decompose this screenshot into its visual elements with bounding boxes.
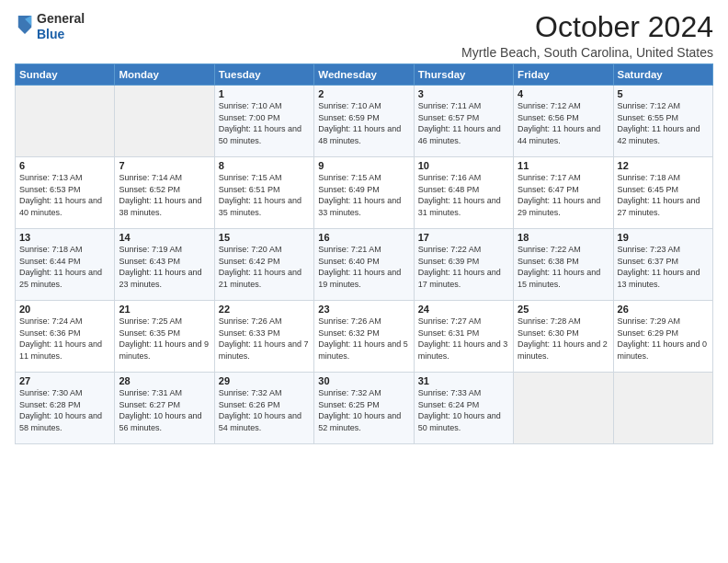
- day-number: 20: [19, 304, 110, 315]
- day-number: 14: [119, 232, 210, 243]
- day-info: Sunrise: 7:11 AMSunset: 6:57 PMDaylight:…: [418, 100, 509, 146]
- calendar-cell: 14Sunrise: 7:19 AMSunset: 6:43 PMDayligh…: [115, 229, 214, 301]
- day-number: 1: [219, 88, 310, 99]
- day-info: Sunrise: 7:33 AMSunset: 6:24 PMDaylight:…: [418, 387, 509, 433]
- col-header-friday: Friday: [514, 64, 613, 86]
- day-number: 4: [518, 88, 609, 99]
- calendar-cell: 1Sunrise: 7:10 AMSunset: 7:00 PMDaylight…: [214, 86, 313, 157]
- logo: General Blue: [15, 11, 85, 42]
- day-number: 24: [418, 304, 509, 315]
- calendar-cell: 10Sunrise: 7:16 AMSunset: 6:48 PMDayligh…: [414, 157, 513, 229]
- calendar-cell: 16Sunrise: 7:21 AMSunset: 6:40 PMDayligh…: [314, 229, 414, 301]
- subtitle: Myrtle Beach, South Carolina, United Sta…: [461, 45, 713, 60]
- day-info: Sunrise: 7:17 AMSunset: 6:47 PMDaylight:…: [518, 172, 609, 218]
- day-number: 17: [418, 232, 509, 243]
- day-number: 22: [219, 304, 310, 315]
- calendar-cell: 8Sunrise: 7:15 AMSunset: 6:51 PMDaylight…: [214, 157, 313, 229]
- day-number: 18: [518, 232, 609, 243]
- day-info: Sunrise: 7:10 AMSunset: 7:00 PMDaylight:…: [219, 100, 310, 146]
- calendar-cell: 21Sunrise: 7:25 AMSunset: 6:35 PMDayligh…: [115, 301, 214, 373]
- day-number: 2: [318, 88, 409, 99]
- day-number: 23: [318, 304, 409, 315]
- day-number: 26: [618, 304, 709, 315]
- day-number: 3: [418, 88, 509, 99]
- calendar-cell: 4Sunrise: 7:12 AMSunset: 6:56 PMDaylight…: [514, 86, 613, 157]
- day-info: Sunrise: 7:22 AMSunset: 6:38 PMDaylight:…: [518, 244, 609, 290]
- day-number: 13: [19, 232, 110, 243]
- day-info: Sunrise: 7:24 AMSunset: 6:36 PMDaylight:…: [19, 316, 110, 362]
- day-info: Sunrise: 7:22 AMSunset: 6:39 PMDaylight:…: [418, 244, 509, 290]
- day-info: Sunrise: 7:10 AMSunset: 6:59 PMDaylight:…: [318, 100, 409, 146]
- day-info: Sunrise: 7:12 AMSunset: 6:55 PMDaylight:…: [618, 100, 709, 146]
- header: General Blue October 2024 Myrtle Beach, …: [15, 11, 713, 60]
- day-info: Sunrise: 7:18 AMSunset: 6:45 PMDaylight:…: [618, 172, 709, 218]
- calendar-cell: 28Sunrise: 7:31 AMSunset: 6:27 PMDayligh…: [115, 373, 214, 444]
- week-row-2: 6Sunrise: 7:13 AMSunset: 6:53 PMDaylight…: [16, 157, 713, 229]
- day-number: 8: [219, 160, 310, 171]
- day-number: 19: [618, 232, 709, 243]
- week-row-4: 20Sunrise: 7:24 AMSunset: 6:36 PMDayligh…: [16, 301, 713, 373]
- week-row-5: 27Sunrise: 7:30 AMSunset: 6:28 PMDayligh…: [16, 373, 713, 444]
- day-info: Sunrise: 7:19 AMSunset: 6:43 PMDaylight:…: [119, 244, 210, 290]
- calendar-table: SundayMondayTuesdayWednesdayThursdayFrid…: [15, 63, 713, 444]
- day-info: Sunrise: 7:25 AMSunset: 6:35 PMDaylight:…: [119, 316, 210, 362]
- col-header-sunday: Sunday: [16, 64, 115, 86]
- day-number: 27: [19, 375, 110, 386]
- header-row: SundayMondayTuesdayWednesdayThursdayFrid…: [16, 64, 713, 86]
- day-info: Sunrise: 7:18 AMSunset: 6:44 PMDaylight:…: [19, 244, 110, 290]
- logo-text: General Blue: [37, 11, 85, 42]
- col-header-thursday: Thursday: [414, 64, 513, 86]
- day-info: Sunrise: 7:21 AMSunset: 6:40 PMDaylight:…: [318, 244, 409, 290]
- calendar-cell: 9Sunrise: 7:15 AMSunset: 6:49 PMDaylight…: [314, 157, 414, 229]
- day-info: Sunrise: 7:27 AMSunset: 6:31 PMDaylight:…: [418, 316, 509, 362]
- day-info: Sunrise: 7:15 AMSunset: 6:49 PMDaylight:…: [318, 172, 409, 218]
- calendar-cell: [514, 373, 613, 444]
- day-number: 29: [219, 375, 310, 386]
- calendar-cell: 5Sunrise: 7:12 AMSunset: 6:55 PMDaylight…: [613, 86, 712, 157]
- calendar-cell: 26Sunrise: 7:29 AMSunset: 6:29 PMDayligh…: [613, 301, 712, 373]
- day-number: 12: [618, 160, 709, 171]
- day-number: 25: [518, 304, 609, 315]
- day-number: 21: [119, 304, 210, 315]
- day-info: Sunrise: 7:16 AMSunset: 6:48 PMDaylight:…: [418, 172, 509, 218]
- col-header-monday: Monday: [115, 64, 214, 86]
- col-header-tuesday: Tuesday: [214, 64, 313, 86]
- calendar-cell: 29Sunrise: 7:32 AMSunset: 6:26 PMDayligh…: [214, 373, 313, 444]
- calendar-cell: 13Sunrise: 7:18 AMSunset: 6:44 PMDayligh…: [16, 229, 115, 301]
- day-info: Sunrise: 7:31 AMSunset: 6:27 PMDaylight:…: [119, 387, 210, 433]
- day-number: 30: [318, 375, 409, 386]
- calendar-cell: 30Sunrise: 7:32 AMSunset: 6:25 PMDayligh…: [314, 373, 414, 444]
- logo-icon: [17, 14, 33, 36]
- calendar-cell: 25Sunrise: 7:28 AMSunset: 6:30 PMDayligh…: [514, 301, 613, 373]
- calendar-cell: 6Sunrise: 7:13 AMSunset: 6:53 PMDaylight…: [16, 157, 115, 229]
- day-number: 11: [518, 160, 609, 171]
- calendar-cell: 12Sunrise: 7:18 AMSunset: 6:45 PMDayligh…: [613, 157, 712, 229]
- day-number: 5: [618, 88, 709, 99]
- page: General Blue October 2024 Myrtle Beach, …: [0, 0, 728, 454]
- day-info: Sunrise: 7:12 AMSunset: 6:56 PMDaylight:…: [518, 100, 609, 146]
- calendar-cell: 3Sunrise: 7:11 AMSunset: 6:57 PMDaylight…: [414, 86, 513, 157]
- day-number: 16: [318, 232, 409, 243]
- day-number: 7: [119, 160, 210, 171]
- calendar-cell: [16, 86, 115, 157]
- day-info: Sunrise: 7:32 AMSunset: 6:26 PMDaylight:…: [219, 387, 310, 433]
- calendar-cell: 11Sunrise: 7:17 AMSunset: 6:47 PMDayligh…: [514, 157, 613, 229]
- week-row-3: 13Sunrise: 7:18 AMSunset: 6:44 PMDayligh…: [16, 229, 713, 301]
- day-info: Sunrise: 7:30 AMSunset: 6:28 PMDaylight:…: [19, 387, 110, 433]
- day-info: Sunrise: 7:23 AMSunset: 6:37 PMDaylight:…: [618, 244, 709, 290]
- calendar-cell: 20Sunrise: 7:24 AMSunset: 6:36 PMDayligh…: [16, 301, 115, 373]
- day-info: Sunrise: 7:28 AMSunset: 6:30 PMDaylight:…: [518, 316, 609, 362]
- calendar-cell: 22Sunrise: 7:26 AMSunset: 6:33 PMDayligh…: [214, 301, 313, 373]
- day-info: Sunrise: 7:20 AMSunset: 6:42 PMDaylight:…: [219, 244, 310, 290]
- calendar-cell: 2Sunrise: 7:10 AMSunset: 6:59 PMDaylight…: [314, 86, 414, 157]
- day-info: Sunrise: 7:13 AMSunset: 6:53 PMDaylight:…: [19, 172, 110, 218]
- day-info: Sunrise: 7:26 AMSunset: 6:32 PMDaylight:…: [318, 316, 409, 362]
- day-number: 28: [119, 375, 210, 386]
- calendar-cell: 24Sunrise: 7:27 AMSunset: 6:31 PMDayligh…: [414, 301, 513, 373]
- day-number: 15: [219, 232, 310, 243]
- day-number: 9: [318, 160, 409, 171]
- calendar-cell: [115, 86, 214, 157]
- calendar-cell: 19Sunrise: 7:23 AMSunset: 6:37 PMDayligh…: [613, 229, 712, 301]
- week-row-1: 1Sunrise: 7:10 AMSunset: 7:00 PMDaylight…: [16, 86, 713, 157]
- logo-general: General: [37, 11, 85, 26]
